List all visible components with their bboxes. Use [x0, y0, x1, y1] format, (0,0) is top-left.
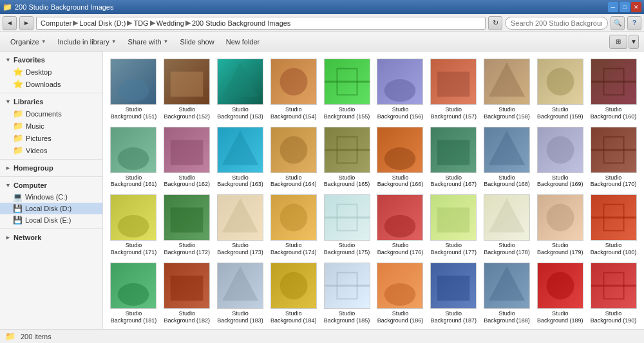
- file-item[interactable]: Studio Background (179): [535, 192, 585, 258]
- file-item[interactable]: Studio Background (159): [535, 57, 585, 122]
- view-options-button[interactable]: ⊞: [609, 35, 627, 49]
- libraries-header[interactable]: ▼ Libraries: [0, 96, 102, 107]
- file-thumbnail: [430, 59, 477, 105]
- file-label: Studio Background (156): [377, 106, 424, 120]
- file-label: Studio Background (162): [164, 174, 210, 189]
- share-with-button[interactable]: Share with ▼: [123, 34, 174, 50]
- sidebar-item-local-d[interactable]: 💾 Local Disk (D:): [0, 203, 102, 214]
- divider-4: [0, 228, 102, 229]
- file-label: Studio Background (179): [537, 242, 583, 256]
- file-thumbnail: [537, 127, 583, 173]
- file-item[interactable]: Studio Background (176): [375, 192, 426, 258]
- file-item[interactable]: Studio Background (166): [375, 125, 426, 190]
- computer-section: ▼ Computer 💻 Windows (C:) 💾 Local Disk (…: [0, 180, 102, 226]
- sep1: ▶: [73, 19, 78, 27]
- file-label: Studio Background (158): [484, 106, 530, 120]
- file-item[interactable]: Studio Background (169): [535, 125, 585, 190]
- view-dropdown-button[interactable]: ▼: [629, 35, 639, 49]
- minimize-button[interactable]: ─: [608, 2, 618, 12]
- file-item[interactable]: Studio Background (187): [428, 261, 479, 326]
- file-item[interactable]: Studio Background (161): [108, 125, 159, 190]
- file-item[interactable]: Studio Background (167): [428, 125, 479, 190]
- address-path[interactable]: Computer ▶ Local Disk (D:) ▶ TDG ▶ Weddi…: [36, 17, 486, 30]
- file-item[interactable]: Studio Background (154): [268, 57, 319, 122]
- file-thumbnail: [430, 263, 477, 309]
- file-item[interactable]: Studio Background (170): [588, 125, 639, 190]
- file-item[interactable]: Studio Background (177): [428, 192, 479, 258]
- file-item[interactable]: Studio Background (183): [215, 261, 266, 326]
- file-item[interactable]: Studio Background (152): [162, 57, 213, 122]
- favorites-header[interactable]: ▼ Favorites: [0, 54, 102, 66]
- file-item[interactable]: Studio Background (171): [108, 192, 159, 258]
- new-folder-button[interactable]: New folder: [221, 34, 265, 50]
- file-item[interactable]: Studio Background (158): [482, 57, 533, 122]
- refresh-button[interactable]: ↻: [488, 16, 502, 30]
- file-thumbnail: [324, 127, 370, 173]
- network-header[interactable]: ► Network: [0, 232, 102, 243]
- file-item[interactable]: Studio Background (155): [321, 57, 372, 122]
- file-item[interactable]: Studio Background (188): [482, 261, 533, 326]
- homegroup-header[interactable]: ► Homegroup: [0, 162, 102, 174]
- file-label: Studio Background (184): [270, 310, 317, 324]
- file-thumbnail: [164, 127, 210, 173]
- file-label: Studio Background (182): [164, 310, 210, 324]
- maximize-button[interactable]: □: [620, 2, 630, 12]
- file-item[interactable]: Studio Background (160): [588, 57, 639, 122]
- file-item[interactable]: Studio Background (151): [108, 57, 159, 122]
- file-item[interactable]: Studio Background (190): [588, 261, 639, 326]
- file-item[interactable]: Studio Background (163): [215, 125, 266, 190]
- file-item[interactable]: Studio Background (168): [482, 125, 533, 190]
- file-thumbnail: [377, 194, 423, 241]
- file-item[interactable]: Studio Background (165): [321, 125, 372, 190]
- slide-show-button[interactable]: Slide show: [175, 34, 219, 50]
- sidebar-item-music[interactable]: 📁 Music: [0, 120, 102, 132]
- file-item[interactable]: Studio Background (175): [321, 192, 372, 258]
- file-item[interactable]: Studio Background (172): [162, 192, 213, 258]
- file-item[interactable]: Studio Background (181): [108, 261, 159, 326]
- file-item[interactable]: Studio Background (173): [215, 192, 266, 258]
- help-button[interactable]: ?: [627, 16, 641, 30]
- svg-point-23: [118, 147, 149, 170]
- search-input[interactable]: [505, 17, 608, 30]
- file-item[interactable]: Studio Background (180): [588, 192, 639, 258]
- svg-rect-69: [171, 275, 204, 301]
- sidebar-item-desktop[interactable]: ⭐ Desktop: [0, 66, 102, 78]
- sidebar-item-windows-c[interactable]: 💻 Windows (C:): [0, 191, 102, 203]
- file-item[interactable]: Studio Background (164): [268, 125, 319, 190]
- file-label: Studio Background (161): [111, 174, 157, 189]
- search-button[interactable]: 🔍: [611, 16, 625, 30]
- sidebar-item-local-e[interactable]: 💾 Local Disk (E:): [0, 214, 102, 226]
- forward-button[interactable]: ►: [19, 16, 33, 30]
- file-item[interactable]: Studio Background (186): [375, 261, 426, 326]
- file-item[interactable]: Studio Background (185): [321, 261, 372, 326]
- file-thumbnail: [591, 263, 637, 309]
- file-label: Studio Background (166): [377, 174, 424, 189]
- file-label: Studio Background (174): [270, 242, 317, 256]
- file-item[interactable]: Studio Background (157): [428, 57, 479, 122]
- file-item[interactable]: Studio Background (162): [162, 125, 213, 190]
- sidebar-item-documents[interactable]: 📁 Documents: [0, 107, 102, 120]
- file-item[interactable]: Studio Background (184): [268, 261, 319, 326]
- title-bar-controls: ─ □ ✕: [608, 2, 641, 12]
- file-item[interactable]: Studio Background (156): [375, 57, 426, 122]
- back-button[interactable]: ◄: [3, 16, 17, 30]
- include-in-library-button[interactable]: Include in library ▼: [53, 34, 122, 50]
- file-item[interactable]: Studio Background (189): [535, 261, 585, 326]
- sidebar-item-videos[interactable]: 📁 Videos: [0, 144, 102, 156]
- file-item[interactable]: Studio Background (174): [268, 192, 319, 258]
- title-bar: 📁 200 Studio Background Images ─ □ ✕: [0, 0, 644, 14]
- organize-button[interactable]: Organize ▼: [5, 34, 52, 50]
- sidebar-item-pictures[interactable]: 📁 Pictures: [0, 132, 102, 144]
- computer-header[interactable]: ▼ Computer: [0, 180, 102, 191]
- svg-point-78: [384, 283, 416, 306]
- file-item[interactable]: Studio Background (178): [482, 192, 533, 258]
- file-item[interactable]: Studio Background (182): [162, 261, 213, 326]
- file-label: Studio Background (170): [591, 174, 637, 189]
- sep3: ▶: [150, 19, 155, 27]
- file-thumbnail: [484, 263, 530, 309]
- close-button[interactable]: ✕: [631, 2, 641, 12]
- file-label: Studio Background (159): [537, 106, 583, 120]
- sidebar-item-downloads[interactable]: ⭐ Downloads: [0, 78, 102, 90]
- file-item[interactable]: Studio Background (153): [215, 57, 266, 122]
- organize-label: Organize: [10, 38, 39, 46]
